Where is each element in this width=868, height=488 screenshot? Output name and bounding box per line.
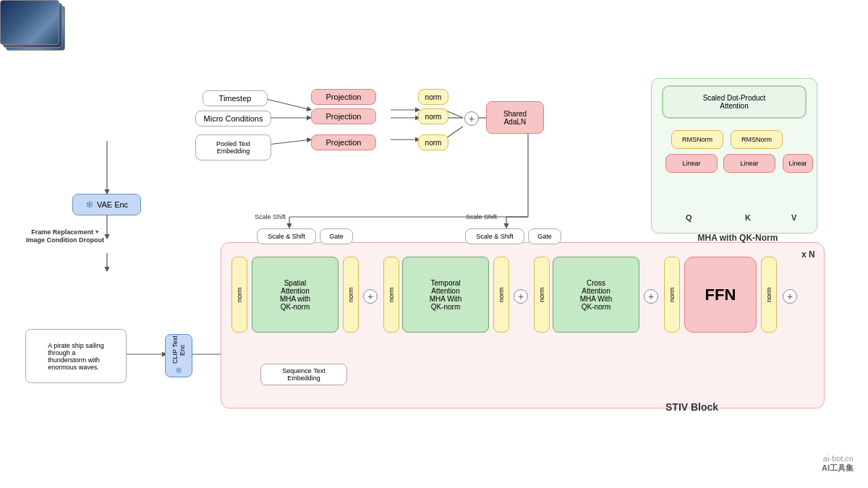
v-label: V — [791, 213, 796, 222]
scale-shift-static-2: Scale Shift — [466, 213, 497, 221]
clip-snowflake-icon: ❄ — [175, 365, 182, 375]
norm2-box: norm — [418, 108, 448, 124]
ffn-label: FFN — [705, 286, 736, 304]
plus-ffn: + — [783, 289, 797, 304]
description-text: A pirate ship sailing through a thunders… — [48, 342, 104, 371]
projection1-label: Projection — [326, 93, 362, 101]
micro-conditions-label: Micro Conditions — [204, 114, 263, 123]
q-label: Q — [686, 213, 692, 222]
ffn-norm-left: norm — [664, 257, 680, 333]
vae-enc-label: VAE Enc — [97, 200, 128, 209]
watermark-line1: ai-bot.cn — [822, 454, 854, 463]
shared-adaln-box: Shared AdaLN — [486, 101, 544, 134]
plus-temporal: + — [514, 289, 528, 304]
k-label: K — [745, 213, 751, 222]
pooled-text-embedding-box: Pooled Text Embedding — [195, 134, 271, 160]
ffn-norm-right: norm — [761, 257, 777, 333]
norm2-label: norm — [425, 113, 442, 121]
rmsnorm2-box: RMSNorm — [731, 130, 783, 149]
projection1-box: Projection — [311, 89, 376, 105]
cross-attention-label: Cross Attention MHA With QK-norm — [580, 279, 612, 311]
linear-k-label: Linear — [740, 160, 758, 167]
spatial-norm-left: norm — [231, 257, 247, 333]
temporal-norm-left: norm — [383, 257, 399, 333]
watermark-line2: AI工具集 — [822, 463, 854, 474]
projection2-label: Projection — [326, 112, 362, 121]
linear-q-label: Linear — [682, 160, 700, 167]
scale-shift2-box: Scale & Shift — [465, 228, 524, 244]
gate1-box: Gate — [320, 228, 353, 244]
cross-attention-box: Cross Attention MHA With QK-norm — [553, 257, 639, 333]
diagram: ❄ VAE Enc Frame Replacement + Image Cond… — [0, 0, 868, 488]
norm1-box: norm — [418, 89, 448, 105]
rmsnorm1-label: RMSNorm — [682, 136, 712, 143]
spatial-attention-box: Spatial Attention MHA with QK-norm — [252, 257, 339, 333]
mha-qk-norm-label: MHA with QK-Norm — [655, 233, 821, 243]
x-n-label: x N — [801, 249, 815, 260]
description-box: A pirate ship sailing through a thunders… — [25, 329, 127, 383]
watermark: ai-bot.cn AI工具集 — [822, 454, 854, 474]
spatial-norm-right: norm — [343, 257, 359, 333]
pooled-text-label: Pooled Text Embedding — [216, 140, 250, 155]
plus-spatial: + — [363, 289, 378, 304]
micro-conditions-box: Micro Conditions — [195, 111, 271, 127]
temporal-norm-right: norm — [493, 257, 509, 333]
cross-norm-left: norm — [534, 257, 550, 333]
scale-shift1-box: Scale & Shift — [257, 228, 316, 244]
timestep-box: Timestep — [203, 90, 268, 106]
timestep-label: Timestep — [219, 94, 252, 103]
temporal-attention-label: Temporal Attention MHA With QK-norm — [430, 279, 461, 311]
scaled-dot-product-box: Scaled Dot-Product Attention — [662, 85, 807, 119]
spatial-attention-label: Spatial Attention MHA with QK-norm — [280, 279, 310, 311]
linear-v-box: Linear — [783, 154, 813, 173]
projection3-label: Projection — [326, 138, 362, 147]
combine-plus: + — [464, 111, 479, 126]
ffn-box: FFN — [684, 257, 757, 333]
sequence-text-label: Sequence Text Embedding — [282, 367, 325, 382]
clip-text-enc-box: ❄ CLIP Text Enc — [165, 334, 192, 377]
stiv-block-label: STIV Block — [665, 401, 718, 413]
rmsnorm1-box: RMSNorm — [671, 130, 723, 149]
plus-cross: + — [644, 289, 658, 304]
svg-line-8 — [268, 140, 311, 145]
snowflake-icon: ❄ — [85, 199, 94, 210]
rmsnorm2-label: RMSNorm — [741, 136, 772, 143]
norm1-label: norm — [425, 93, 442, 101]
svg-line-6 — [260, 98, 311, 110]
projection3-box: Projection — [311, 134, 376, 150]
frame-replacement-label: Frame Replacement + Image Condition Drop… — [22, 228, 109, 244]
scaled-dot-label: Scaled Dot-Product Attention — [703, 94, 766, 110]
norm3-label: norm — [425, 139, 442, 147]
norm3-box: norm — [418, 134, 448, 150]
clip-label: CLIP Text Enc — [171, 336, 186, 364]
projection2-box: Projection — [311, 108, 376, 124]
linear-k-box: Linear — [723, 154, 775, 173]
linear-v-label: Linear — [788, 160, 807, 167]
linear-q-box: Linear — [665, 154, 718, 173]
temporal-attention-box: Temporal Attention MHA With QK-norm — [402, 257, 489, 333]
vae-enc-box: ❄ VAE Enc — [72, 194, 141, 215]
sequence-text-embedding-box: Sequence Text Embedding — [260, 364, 347, 385]
shared-adaln-label: Shared AdaLN — [503, 110, 527, 126]
gate2-box: Gate — [528, 228, 561, 244]
scale-shift-static-1: Scale Shift — [255, 213, 286, 221]
